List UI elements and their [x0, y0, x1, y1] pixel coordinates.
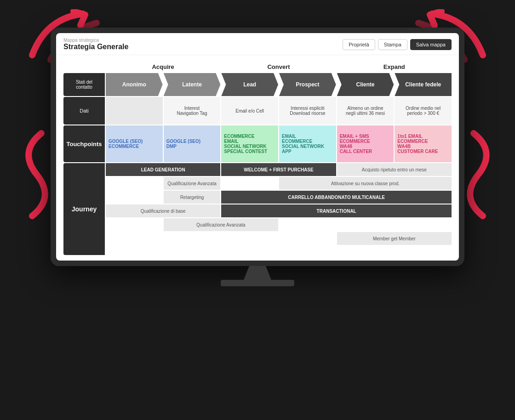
header-left: Mappa strategica Strategia Generale: [63, 38, 128, 51]
journey-row-1: LEAD GENERATION WELCOME + FIRST PURCHASE…: [106, 163, 452, 176]
phase-convert: Convert: [221, 61, 336, 72]
app-content: Acquire Convert Expand Stati del contatt…: [56, 55, 459, 261]
header-right: Proprietà Stampa Salva mappa: [343, 39, 452, 50]
journey-welcome: WELCOME + FIRST PURCHASE: [221, 163, 336, 176]
monitor-stand: [51, 266, 464, 286]
journey-retargeting: Retargeting: [164, 191, 221, 204]
journey-empty-6: [106, 232, 336, 245]
scene: Mappa strategica Strategia Generale Prop…: [0, 0, 515, 420]
journey-row-4: Qualificazione di base TRANSACTIONAL: [106, 204, 452, 217]
touchpoints-row: Touchpoints GOOGLE (SEO) ECOMMERCE GOOGL…: [63, 125, 452, 162]
breadcrumb: Mappa strategica: [63, 38, 128, 43]
dati-cliente: Almeno un ordine negli ultimi 36 mesi: [337, 97, 394, 125]
journey-empty-5: [279, 218, 452, 231]
properties-button[interactable]: Proprietà: [343, 39, 375, 50]
journey-row-5: Qualificazione Avanzata: [106, 218, 452, 231]
touchpoints-label: Touchpoints: [63, 125, 105, 162]
stand-neck: [244, 266, 271, 280]
page-title: Strategia Generale: [63, 43, 128, 51]
tp-lead: ECOMMERCE EMAIL SOCIAL NETWORK SPECIAL C…: [221, 125, 278, 162]
stage-cliente: Cliente: [337, 73, 394, 96]
journey-acquisto: Acquisto ripetuto entro un mese: [337, 163, 452, 176]
journey-transactional: TRANSACTIONAL: [221, 204, 452, 217]
journey-qualif-av-2: Qualificazione Avanzata: [164, 218, 278, 231]
journey-qualif-av-1: Qualificazione Avanzata: [164, 177, 221, 190]
tp-fedele: 1to1 EMAIL ECOMMERCE WA4B CUSTOMER CARE: [395, 125, 452, 162]
print-button[interactable]: Stampa: [378, 39, 407, 50]
dati-fedele: Ordine medio nel periodo > 300 €: [395, 97, 452, 125]
journey-lead-gen: LEAD GENERATION: [106, 163, 220, 176]
stand-base: [221, 280, 294, 286]
decorative-arrow-ml: [14, 129, 51, 221]
dati-lead: Email e/o Cell: [221, 97, 278, 125]
tp-anonimo: GOOGLE (SEO) ECOMMERCE: [106, 125, 163, 162]
dati-prospect: Interessi espliciti Download risorse: [279, 97, 336, 125]
stages-row: Stati del contatto Anonimo Latente Lead: [63, 73, 452, 96]
journey-section: Journey LEAD GENERATION WELCOME + FIRST …: [63, 163, 452, 255]
journey-carrello: CARRELLO ABBANDONATO MULTICANALE: [221, 191, 452, 204]
journey-empty-2: [221, 177, 278, 190]
stage-latente: Latente: [164, 73, 221, 96]
journey-row-3: Retargeting CARRELLO ABBANDONATO MULTICA…: [106, 191, 452, 204]
phase-expand: Expand: [337, 61, 452, 72]
phases-row: Acquire Convert Expand: [63, 61, 452, 72]
save-button[interactable]: Salva mappa: [410, 39, 452, 50]
journey-member: Member get Member: [337, 232, 452, 245]
stage-anonimo: Anonimo: [106, 73, 163, 96]
dati-label: Dati: [63, 97, 105, 125]
journey-qualif-base: Qualificazione di base: [106, 204, 220, 217]
journey-empty-3: [106, 191, 163, 204]
dati-row: Dati Interest Navigation Tag Email e/o C…: [63, 97, 452, 125]
journey-label: Journey: [63, 163, 105, 255]
journey-empty-1: [106, 177, 163, 190]
decorative-arrow-mr: [464, 129, 501, 221]
monitor-screen: Mappa strategica Strategia Generale Prop…: [56, 33, 459, 261]
tp-prospect: EMAIL ECOMMERCE SOCIAL NETWORK APP: [279, 125, 336, 162]
phase-empty: [63, 61, 105, 72]
phase-acquire: Acquire: [106, 61, 220, 72]
journey-grid: LEAD GENERATION WELCOME + FIRST PURCHASE…: [106, 163, 452, 255]
stage-prospect: Prospect: [279, 73, 336, 96]
monitor: Mappa strategica Strategia Generale Prop…: [51, 28, 464, 286]
tp-cliente: EMAIL + SMS ECOMMERCE WA48 CALL CENTER: [337, 125, 394, 162]
dati-latente: Interest Navigation Tag: [164, 97, 221, 125]
stati-label: Stati del contatto: [63, 73, 105, 96]
monitor-border: Mappa strategica Strategia Generale Prop…: [51, 28, 464, 266]
stage-fedele: Cliente fedele: [395, 73, 452, 96]
dati-anonimo: [106, 97, 163, 125]
tp-latente: GOOGLE (SEO) DMP: [164, 125, 221, 162]
journey-attivazione: Attivazione su nuova classe prod.: [279, 177, 452, 190]
journey-row-6: Member get Member: [106, 232, 452, 245]
journey-empty-4: [106, 218, 163, 231]
journey-row-2: Qualificazione Avanzata Attivazione su n…: [106, 177, 452, 190]
stage-lead: Lead: [221, 73, 278, 96]
app-header: Mappa strategica Strategia Generale Prop…: [56, 33, 459, 55]
